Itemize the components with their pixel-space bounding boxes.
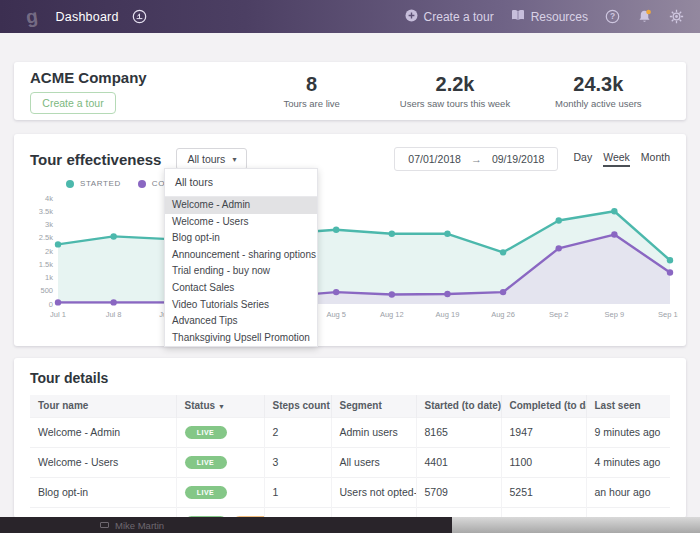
- segment-cell: All users: [331, 447, 416, 477]
- table-row[interactable]: Blog opt-inLIVE1Users not opted-in570952…: [30, 477, 670, 507]
- date-to-value[interactable]: 09/19/2018: [492, 153, 545, 165]
- nav-create-tour-label: Create a tour: [424, 10, 494, 24]
- legend-label: STARTED: [80, 179, 121, 188]
- svg-text:Aug 26: Aug 26: [491, 310, 515, 319]
- dropdown-item[interactable]: Blog opt-in: [165, 230, 317, 247]
- tour-name-cell[interactable]: Blog opt-in: [30, 477, 176, 507]
- steps-cell: 1: [264, 477, 331, 507]
- dropdown-item[interactable]: Welcome - Admin: [165, 197, 317, 214]
- dropdown-item[interactable]: Welcome - Users: [165, 214, 317, 231]
- stat-value: 2.2k: [383, 73, 526, 95]
- dropdown-item[interactable]: Announcement - sharing options: [165, 247, 317, 264]
- svg-text:Aug 19: Aug 19: [436, 310, 460, 319]
- stats-row: 8 Tours are live2.2k Users saw tours thi…: [240, 73, 670, 109]
- svg-text:2k: 2k: [45, 247, 53, 256]
- started-cell: 4401: [416, 447, 501, 477]
- company-name: ACME Company: [30, 69, 147, 86]
- nav-resources-link[interactable]: Resources: [511, 9, 588, 24]
- compass-icon[interactable]: [132, 9, 147, 24]
- date-range-picker[interactable]: 07/01/2018 → 09/19/2018: [394, 147, 558, 171]
- dropdown-item[interactable]: Thanksgiving Upsell Promotion: [165, 330, 317, 347]
- svg-text:0: 0: [49, 300, 53, 309]
- chevron-down-icon: ▾: [232, 155, 236, 164]
- svg-text:Sep 2: Sep 2: [549, 310, 569, 319]
- tour-filter-value: All tours: [187, 153, 225, 165]
- svg-text:Aug 5: Aug 5: [326, 310, 346, 319]
- status-cell: LIVE: [176, 477, 264, 507]
- svg-text:2.5k: 2.5k: [39, 233, 53, 242]
- tour-name-cell[interactable]: Welcome - Users: [30, 447, 176, 477]
- started-cell: 8165: [416, 417, 501, 447]
- dropdown-item-all-tours[interactable]: All tours: [165, 169, 317, 197]
- top-navbar: g Dashboard Create a tour Resources ?: [0, 0, 700, 33]
- svg-text:1.5k: 1.5k: [39, 260, 53, 269]
- svg-text:Sep 9: Sep 9: [605, 310, 625, 319]
- notifications-bell-icon[interactable]: [637, 9, 652, 24]
- status-badge-live: LIVE: [185, 426, 227, 439]
- tour-name-cell[interactable]: Welcome - Admin: [30, 417, 176, 447]
- granularity-week[interactable]: Week: [603, 151, 630, 167]
- app-logo-icon[interactable]: g: [25, 5, 40, 28]
- section-title-effectiveness: Tour effectiveness: [30, 151, 161, 168]
- sort-desc-icon: ▼: [218, 403, 225, 410]
- tour-effectiveness-card: Tour effectiveness All tours ▾ 07/01/201…: [14, 134, 686, 346]
- camera-icon: [100, 522, 109, 528]
- dropdown-item[interactable]: Contact Sales: [165, 280, 317, 297]
- nav-create-tour-button[interactable]: Create a tour: [405, 9, 494, 25]
- section-title-details: Tour details: [30, 370, 670, 386]
- granularity-toggle: DayWeekMonth: [573, 151, 670, 167]
- tour-filter-dropdown-button[interactable]: All tours ▾: [176, 148, 247, 170]
- legend-item-started: STARTED: [66, 179, 121, 188]
- dropdown-item[interactable]: Video Tutorials Series: [165, 297, 317, 314]
- svg-text:Aug 12: Aug 12: [380, 310, 404, 319]
- last-seen-cell: 4 minutes ago: [586, 447, 670, 477]
- segment-cell: Admin users: [331, 417, 416, 447]
- svg-text:500: 500: [40, 286, 53, 295]
- tour-details-card: Tour details Tour nameStatus▼Steps count…: [14, 358, 686, 518]
- create-tour-button[interactable]: Create a tour: [30, 92, 116, 114]
- settings-gear-icon[interactable]: [669, 9, 684, 24]
- stat-label: Tours are live: [240, 98, 383, 109]
- stat-value: 8: [240, 73, 383, 95]
- stat-value: 24.3k: [527, 73, 670, 95]
- company-summary-card: ACME Company Create a tour 8 Tours are l…: [14, 62, 686, 120]
- stat-label: Monthly active users: [527, 98, 670, 109]
- dropdown-item[interactable]: Advanced Tips: [165, 313, 317, 330]
- table-row[interactable]: Welcome - UsersLIVE3All users440111004 m…: [30, 447, 670, 477]
- stat: 8 Tours are live: [240, 73, 383, 109]
- tour-details-table: Tour nameStatus▼Steps countSegmentStarte…: [30, 395, 670, 533]
- help-icon[interactable]: ?: [605, 9, 620, 24]
- column-header[interactable]: Steps count: [264, 395, 331, 417]
- svg-text:3.5k: 3.5k: [39, 207, 53, 216]
- stat: 2.2k Users saw tours this week: [383, 73, 526, 109]
- granularity-month[interactable]: Month: [641, 151, 670, 167]
- status-badge-live: LIVE: [185, 456, 227, 469]
- column-header[interactable]: Segment: [331, 395, 416, 417]
- table-row[interactable]: Welcome - AdminLIVE2Admin users816519479…: [30, 417, 670, 447]
- svg-text:3k: 3k: [45, 220, 53, 229]
- svg-text:Sep 16: Sep 16: [658, 310, 678, 319]
- svg-text:4k: 4k: [45, 194, 53, 203]
- legend-dot: [138, 180, 146, 188]
- svg-text:?: ?: [610, 11, 615, 21]
- legend-dot: [66, 180, 74, 188]
- tour-filter-dropdown-menu: All tours Welcome - AdminWelcome - Users…: [164, 168, 318, 347]
- started-cell: 5709: [416, 477, 501, 507]
- arrow-right-icon: →: [471, 153, 482, 165]
- status-cell: LIVE: [176, 447, 264, 477]
- overlay-gradient: [452, 517, 700, 533]
- column-header[interactable]: Status▼: [176, 395, 264, 417]
- last-seen-cell: an hour ago: [586, 477, 670, 507]
- nav-dashboard-link[interactable]: Dashboard: [56, 10, 119, 24]
- dropdown-item[interactable]: Trial ending - buy now: [165, 263, 317, 280]
- column-header[interactable]: Tour name: [30, 395, 176, 417]
- screen-share-overlay: Mike Martin: [0, 517, 700, 533]
- steps-cell: 2: [264, 417, 331, 447]
- column-header[interactable]: Completed (to date): [501, 395, 586, 417]
- column-header[interactable]: Started (to date): [416, 395, 501, 417]
- date-from-value[interactable]: 07/01/2018: [408, 153, 461, 165]
- svg-text:Jul 8: Jul 8: [106, 310, 122, 319]
- granularity-day[interactable]: Day: [573, 151, 592, 167]
- column-header[interactable]: Last seen: [586, 395, 670, 417]
- presenter-name: Mike Martin: [115, 520, 164, 531]
